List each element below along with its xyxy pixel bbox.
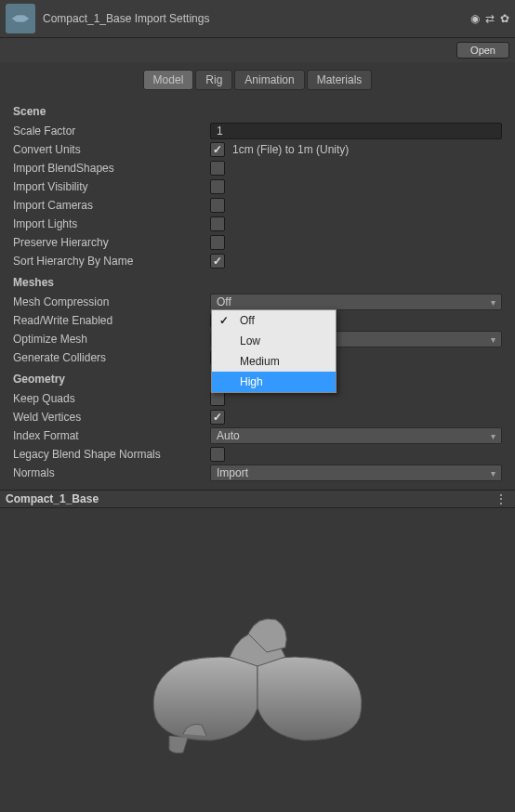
sort-hierarchy-label: Sort Hierarchy By Name [13, 254, 210, 268]
open-row: Open [0, 38, 515, 62]
normals-dropdown[interactable]: Import [210, 465, 502, 481]
asset-type-icon [6, 4, 35, 33]
import-lights-label: Import Lights [13, 216, 210, 231]
legacy-blend-label: Legacy Blend Shape Normals [13, 447, 210, 462]
convert-units-note: 1cm (File) to 1m (Unity) [232, 143, 349, 156]
keep-quads-checkbox[interactable] [210, 391, 225, 406]
presets-icon[interactable]: ⇄ [485, 12, 495, 25]
mesh-compression-label: Mesh Compression [13, 295, 210, 309]
convert-units-label: Convert Units [13, 142, 210, 157]
tab-rig[interactable]: Rig [195, 70, 232, 90]
tab-model[interactable]: Model [143, 70, 194, 90]
import-lights-checkbox[interactable] [210, 216, 225, 231]
optimize-mesh-label: Optimize Mesh [13, 332, 210, 347]
normals-value: Import [217, 466, 248, 479]
legacy-blend-checkbox[interactable] [210, 447, 225, 462]
scale-factor-label: Scale Factor [13, 124, 210, 138]
mesh-compression-dropdown[interactable]: Off Off Low Medium High [210, 294, 502, 310]
tab-animation[interactable]: Animation [234, 70, 304, 90]
import-blendshapes-label: Import BlendShapes [13, 161, 210, 176]
normals-label: Normals [13, 465, 210, 480]
import-visibility-checkbox[interactable] [210, 179, 225, 194]
preview-title: Compact_1_Base [6, 492, 492, 505]
sort-hierarchy-checkbox[interactable] [210, 254, 225, 268]
import-visibility-label: Import Visibility [13, 179, 210, 194]
keep-quads-label: Keep Quads [13, 391, 210, 406]
convert-units-checkbox[interactable] [210, 142, 225, 157]
preview-viewport[interactable] [0, 508, 515, 812]
header-tools: ◉ ⇄ ✿ [470, 12, 509, 25]
settings-icon[interactable]: ✿ [500, 12, 509, 25]
mesh-compression-menu: Off Low Medium High [211, 309, 337, 393]
preview-menu-icon[interactable]: ⋮ [492, 492, 509, 505]
settings-panel: Scene Scale Factor Convert Units 1cm (Fi… [0, 96, 515, 482]
dropdown-option-high[interactable]: High [212, 372, 336, 392]
scale-factor-input[interactable] [210, 123, 502, 139]
weld-vertices-checkbox[interactable] [210, 410, 225, 425]
preserve-hierarchy-label: Preserve Hierarchy [13, 235, 210, 250]
import-cameras-checkbox[interactable] [210, 198, 225, 213]
import-tabs: Model Rig Animation Materials [0, 62, 515, 96]
mesh-preview-icon [118, 587, 397, 773]
generate-colliders-label: Generate Colliders [13, 350, 210, 365]
scene-heading: Scene [13, 105, 502, 118]
index-format-dropdown[interactable]: Auto [210, 427, 502, 444]
inspector-title: Compact_1_Base Import Settings [43, 12, 470, 25]
dropdown-option-medium[interactable]: Medium [212, 351, 336, 372]
weld-vertices-label: Weld Vertices [13, 410, 210, 425]
open-button[interactable]: Open [456, 42, 509, 59]
mesh-compression-value: Off [217, 295, 231, 308]
preserve-hierarchy-checkbox[interactable] [210, 235, 225, 250]
inspector-header: Compact_1_Base Import Settings ◉ ⇄ ✿ [0, 0, 515, 38]
dropdown-option-low[interactable]: Low [212, 331, 336, 351]
read-write-label: Read/Write Enabled [13, 313, 210, 328]
import-blendshapes-checkbox[interactable] [210, 161, 225, 176]
meshes-heading: Meshes [13, 276, 502, 289]
import-cameras-label: Import Cameras [13, 198, 210, 213]
preview-header: Compact_1_Base ⋮ [0, 490, 515, 508]
help-icon[interactable]: ◉ [470, 12, 480, 25]
index-format-value: Auto [217, 429, 240, 442]
tab-materials[interactable]: Materials [307, 70, 373, 90]
index-format-label: Index Format [13, 428, 210, 443]
dropdown-option-off[interactable]: Off [212, 310, 336, 331]
